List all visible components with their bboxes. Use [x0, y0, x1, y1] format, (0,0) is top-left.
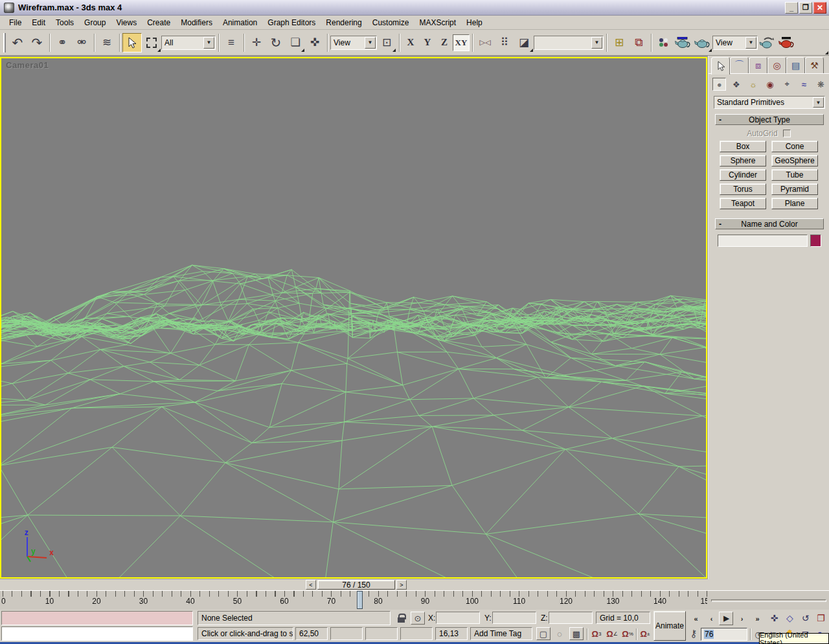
object-type-pyramid-button[interactable]: Pyramid [771, 183, 818, 195]
object-name-input[interactable] [718, 235, 808, 247]
object-color-swatch[interactable] [810, 235, 821, 247]
combo-arrow-icon[interactable]: ▼ [745, 37, 756, 49]
reference-coordinate-combo[interactable]: View ▼ [330, 36, 377, 50]
combo-arrow-icon[interactable]: ▼ [203, 37, 214, 49]
object-type-teapot-button[interactable]: Teapot [720, 198, 766, 209]
redo-icon[interactable]: ↷ [27, 33, 47, 52]
menu-help[interactable]: Help [461, 16, 488, 29]
selection-lock-icon[interactable] [394, 612, 408, 625]
combo-arrow-icon[interactable]: ▼ [365, 37, 376, 49]
min-max-toggle-icon[interactable]: ❐ [813, 611, 828, 625]
schematic-view-icon[interactable]: ⧉ [629, 33, 648, 52]
array-icon[interactable]: ⠿ [495, 33, 514, 52]
object-type-plane-button[interactable]: Plane [771, 198, 818, 209]
selection-filter-combo[interactable]: All ▼ [161, 36, 216, 50]
select-and-move-icon[interactable]: ✛ [247, 33, 266, 52]
dotted-display-icon[interactable]: ◌ [552, 627, 567, 640]
use-pivot-point-icon[interactable]: ⊡ [377, 33, 396, 52]
select-and-manipulate-icon[interactable]: ✜ [305, 33, 324, 52]
menu-views[interactable]: Views [111, 16, 142, 29]
tab-motion[interactable]: ◎ [767, 57, 786, 73]
select-object-button[interactable] [122, 33, 142, 52]
object-type-geosphere-button[interactable]: GeoSphere [771, 155, 818, 167]
name-color-rollout-header[interactable]: - Name and Color [715, 218, 824, 229]
object-type-cone-button[interactable]: Cone [771, 141, 818, 152]
previous-frame-arrow[interactable]: < [306, 580, 316, 590]
zoom-extents-icon[interactable]: ◇ [782, 611, 797, 625]
zoom-icon[interactable]: ✜ [767, 611, 782, 625]
wireframe-terrain-canvas[interactable] [1, 58, 706, 577]
minimize-button[interactable]: _ [785, 2, 798, 14]
current-frame-field[interactable]: 76 [701, 628, 747, 641]
percent-snap-icon[interactable]: Ω% [620, 627, 635, 640]
time-slider-value[interactable]: 76 / 150 [317, 580, 395, 590]
time-slider-handle[interactable] [357, 591, 363, 609]
snap-3d-icon[interactable]: Ω3 [589, 627, 604, 640]
toolbar-grip[interactable] [3, 33, 6, 52]
select-and-link-icon[interactable]: ⚭ [52, 33, 72, 52]
render-scene-icon[interactable] [674, 33, 693, 52]
selection-region-icon[interactable] [142, 33, 161, 52]
category-cameras[interactable]: ◉ [763, 78, 777, 91]
previous-frame-button[interactable]: ‹ [704, 612, 718, 625]
viewport-label[interactable]: Camera01 [6, 60, 49, 70]
category-space-warps[interactable]: ≈ [797, 78, 811, 91]
combo-arrow-icon[interactable]: ▼ [591, 37, 602, 49]
quick-render-type-icon[interactable] [693, 33, 712, 52]
track-bar-ruler[interactable]: 0102030405060708090100110120130140150 [0, 591, 707, 610]
maxscript-listener-pink[interactable] [1, 611, 193, 625]
restrict-y-button[interactable]: Y [419, 34, 436, 51]
render-last-icon[interactable] [758, 33, 777, 52]
object-type-box-button[interactable]: Box [720, 141, 766, 152]
bind-to-space-warp-icon[interactable]: ≋ [97, 33, 117, 52]
tab-utilities[interactable]: ⚒ [805, 57, 824, 73]
menu-modifiers[interactable]: Modifiers [176, 16, 218, 29]
tab-modify[interactable]: ⌒ [730, 57, 749, 73]
select-and-rotate-icon[interactable]: ↻ [266, 33, 286, 52]
select-by-name-icon[interactable]: ≡ [221, 33, 241, 52]
material-editor-icon[interactable] [654, 33, 674, 52]
mirror-icon[interactable]: ▷◁ [475, 33, 495, 52]
x-coord-input[interactable] [436, 612, 480, 624]
unlink-selection-icon[interactable]: ⚮ [72, 33, 91, 52]
absolute-offset-icon[interactable]: ⊙ [411, 612, 425, 625]
menu-rendering[interactable]: Rendering [321, 16, 367, 29]
y-coord-input[interactable] [492, 612, 536, 624]
key-mode-toggle-icon[interactable]: ⚷ [687, 627, 701, 640]
align-icon[interactable]: ◪ [514, 33, 534, 52]
menu-maxscript[interactable]: MAXScript [414, 16, 461, 29]
category-systems[interactable]: ❋ [814, 78, 828, 91]
category-shapes[interactable]: ❖ [729, 78, 743, 91]
z-coord-input[interactable] [549, 612, 593, 624]
object-type-rollout-header[interactable]: - Object Type [715, 114, 824, 125]
spinner-snap-icon[interactable]: Ω± [638, 627, 652, 640]
add-time-tag-field[interactable]: Add Time Tag [470, 627, 532, 640]
restrict-x-button[interactable]: X [402, 34, 419, 51]
close-button[interactable]: ✕ [813, 2, 826, 14]
animate-button[interactable]: Animate [653, 611, 686, 641]
arc-rotate-icon[interactable]: ↺ [798, 611, 813, 625]
camera-viewport[interactable]: Camera01 z x y [0, 57, 707, 579]
object-type-tube-button[interactable]: Tube [771, 169, 818, 181]
menu-edit[interactable]: Edit [27, 16, 51, 29]
maxscript-listener-white[interactable] [1, 627, 193, 641]
category-helpers[interactable]: ⌖ [780, 78, 794, 91]
next-frame-button[interactable]: › [734, 612, 749, 625]
menu-tools[interactable]: Tools [51, 16, 79, 29]
next-frame-arrow[interactable]: > [396, 580, 407, 590]
geometry-category-combo[interactable]: Standard Primitives ▼ [714, 96, 825, 109]
object-type-sphere-button[interactable]: Sphere [720, 155, 766, 167]
category-lights[interactable]: ☼ [746, 78, 760, 91]
named-selection-combo[interactable]: ▼ [534, 36, 604, 50]
autogrid-checkbox[interactable] [783, 130, 791, 137]
render-type-combo[interactable]: View ▼ [712, 36, 758, 50]
quick-render-icon[interactable] [777, 33, 797, 52]
restore-button[interactable]: ❐ [799, 2, 812, 14]
tab-hierarchy[interactable]: ⧈ [749, 57, 767, 73]
menu-graph-editors[interactable]: Graph Editors [262, 16, 321, 29]
crossing-mode-icon[interactable]: ▩ [569, 627, 584, 640]
menu-create[interactable]: Create [142, 16, 176, 29]
undo-icon[interactable]: ↶ [8, 33, 27, 52]
menu-file[interactable]: File [4, 16, 27, 29]
restrict-xy-plane-button[interactable]: XY [453, 34, 470, 51]
